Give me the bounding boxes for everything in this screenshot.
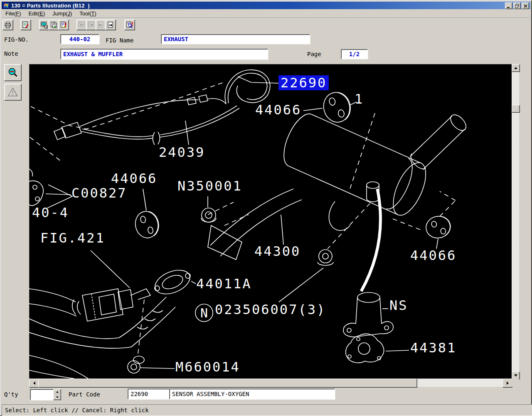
- restore-button[interactable]: [513, 2, 521, 9]
- fig-next-icon: FIG.: [88, 21, 95, 29]
- part-label-44066[interactable]: 44066: [410, 248, 456, 263]
- vertical-scroll-thumb[interactable]: [512, 105, 520, 113]
- part-code-label: Part Code: [69, 391, 100, 398]
- caution-button[interactable]: [4, 84, 22, 101]
- detail-search-button[interactable]: [124, 20, 135, 30]
- menu-bar: File(F) Edit(E) Jump(J) Tool(T): [2, 9, 530, 18]
- down-arrow-icon: [514, 374, 517, 378]
- menu-jump[interactable]: Jump(J): [49, 10, 76, 17]
- fig-no-field[interactable]: 440-02: [60, 34, 99, 44]
- page-memo-icon: [60, 21, 67, 29]
- minimize-icon: [507, 3, 511, 8]
- restore-icon: [515, 4, 520, 8]
- part-description-field[interactable]: SENSOR ASSEMBLY-OXYGEN: [169, 389, 335, 399]
- part-labels-layer: 226904406612403944066N350001C0082740-4FI…: [29, 64, 512, 379]
- part-label-22690[interactable]: 22690: [278, 75, 329, 90]
- svg-text:FIG.: FIG.: [80, 22, 84, 25]
- horizontal-scroll-thumb[interactable]: [38, 379, 417, 388]
- app-window: 130 = Parts Illustration (B12 ) File(F) …: [0, 0, 532, 416]
- page-next-button[interactable]: [105, 20, 116, 30]
- scroll-left-button[interactable]: [29, 379, 39, 388]
- part-label-44066[interactable]: 44066: [111, 171, 157, 186]
- print-icon: [4, 21, 12, 29]
- spin-up-icon: [56, 390, 59, 393]
- scrollbar-corner: [512, 379, 519, 387]
- qty-spin-up[interactable]: [53, 389, 61, 395]
- menu-file[interactable]: File(F): [2, 10, 25, 17]
- detail-search-icon: [126, 21, 133, 29]
- spin-down-icon: [56, 396, 59, 399]
- part-label-44066[interactable]: 44066: [255, 102, 301, 117]
- part-label-40-4[interactable]: 40-4: [32, 205, 69, 220]
- part-code-field[interactable]: 22690: [128, 389, 170, 399]
- part-label-C00827[interactable]: C00827: [71, 186, 127, 201]
- fig-prev-icon: FIG.: [78, 21, 86, 29]
- illustration-canvas[interactable]: N: [29, 64, 512, 379]
- part-label-44011A[interactable]: 44011A: [196, 276, 252, 291]
- svg-text:FIG.: FIG.: [89, 22, 94, 25]
- window-title: 130 = Parts Illustration (B12 ): [11, 2, 90, 9]
- illustration-view: N: [29, 64, 519, 387]
- vertical-scrollbar[interactable]: [512, 64, 519, 379]
- zoom-out-icon: [7, 67, 19, 79]
- status-text: Select: Left click // Cancel: Right clic…: [5, 407, 149, 414]
- note-label: Note: [4, 50, 18, 57]
- close-button[interactable]: [522, 2, 529, 9]
- zoom-out-button[interactable]: [4, 64, 22, 81]
- print-button[interactable]: [2, 20, 13, 30]
- fig-open-icon: FIG: [50, 21, 58, 29]
- minimize-button[interactable]: [505, 2, 512, 9]
- left-arrow-icon: [32, 381, 35, 385]
- menu-edit[interactable]: Edit(E): [25, 10, 49, 17]
- page-prev-icon: [97, 21, 105, 29]
- fig-name-field[interactable]: EXHAUST: [161, 34, 310, 44]
- page-next-icon: [107, 21, 114, 29]
- svg-text:FIG: FIG: [53, 24, 57, 26]
- status-bar: Select: Left click // Cancel: Right clic…: [2, 404, 532, 416]
- page-memo-button[interactable]: [58, 20, 69, 30]
- close-icon: [523, 4, 528, 8]
- caution-icon: [7, 87, 19, 98]
- qty-label: Q'ty: [4, 391, 18, 398]
- fig-no-label: FIG-NO.: [4, 36, 29, 43]
- part-label-24039[interactable]: 24039: [159, 145, 205, 160]
- part-label-M660014[interactable]: M660014: [175, 359, 240, 374]
- fig-name-label: FIG Name: [106, 37, 133, 44]
- part-label-1[interactable]: 1: [355, 92, 364, 106]
- note-field[interactable]: EXHAUST & MUFFLER: [60, 49, 268, 59]
- title-bar: 130 = Parts Illustration (B12 ): [2, 2, 530, 9]
- up-arrow-icon: [514, 65, 517, 69]
- part-label-44300[interactable]: 44300: [254, 244, 300, 259]
- part-label-023506007-3-[interactable]: 023506007(3): [215, 302, 326, 317]
- part-label-N350001[interactable]: N350001: [177, 178, 242, 193]
- qty-spin-down[interactable]: [53, 394, 61, 400]
- menu-tool[interactable]: Tool(T): [76, 10, 100, 17]
- scroll-up-button[interactable]: [512, 64, 520, 72]
- scroll-right-button[interactable]: [502, 379, 512, 388]
- part-label-NS[interactable]: NS: [389, 298, 408, 313]
- parts-list-icon: [22, 21, 30, 29]
- parts-list-button[interactable]: [20, 20, 31, 30]
- part-label-44381[interactable]: 44381: [410, 340, 456, 355]
- page-label: Page: [307, 51, 321, 57]
- toolbar: FIG FIG. FIG.: [2, 19, 530, 31]
- part-label-FIG-421[interactable]: FIG.421: [40, 230, 105, 245]
- screen-transfer-icon: [41, 21, 48, 29]
- right-arrow-icon: [507, 381, 510, 385]
- page-field[interactable]: 1/2: [341, 49, 368, 59]
- horizontal-scrollbar[interactable]: [29, 379, 512, 387]
- qty-spinner: [53, 389, 60, 399]
- app-icon: [3, 2, 10, 9]
